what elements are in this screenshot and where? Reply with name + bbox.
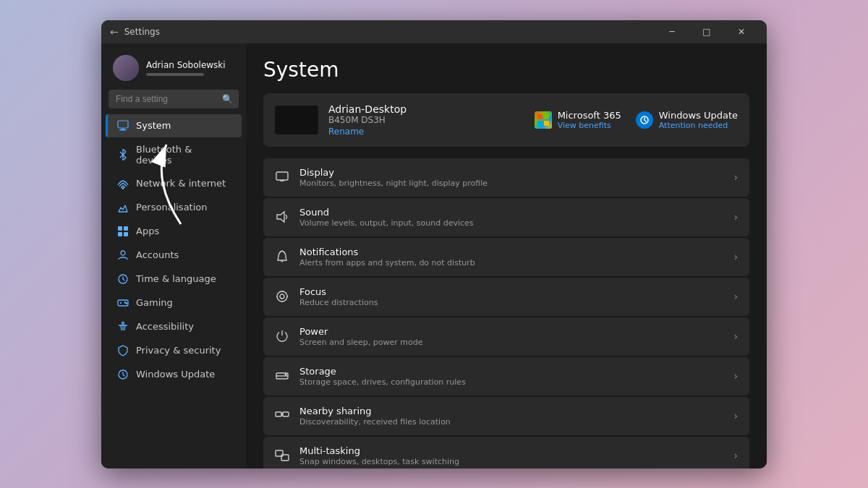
search-icon: 🔍 (222, 94, 233, 104)
multitasking-text: Multi-tasking Snap windows, desktops, ta… (299, 445, 723, 466)
maximize-button[interactable]: □ (690, 20, 723, 43)
multitasking-desc: Snap windows, desktops, task switching (299, 457, 723, 466)
sidebar: Adrian Sobolewski 🔍 System Bl (101, 43, 246, 468)
sidebar-item-privacy[interactable]: Privacy & security (106, 339, 242, 362)
sidebar-item-label-apps: Apps (136, 226, 159, 236)
svg-rect-7 (124, 232, 128, 236)
multitasking-chevron: › (733, 450, 738, 461)
svg-point-14 (126, 302, 127, 303)
sound-chevron: › (733, 211, 738, 223)
svg-point-8 (121, 251, 125, 255)
svg-rect-17 (537, 114, 542, 119)
rename-link[interactable]: Rename (328, 127, 535, 137)
sidebar-item-label-system: System (136, 120, 171, 131)
svg-rect-18 (544, 114, 549, 119)
notifications-chevron: › (733, 251, 738, 262)
svg-point-3 (122, 187, 124, 189)
svg-point-13 (124, 301, 125, 302)
device-info: Adrian-Desktop B450M DS3H Rename (328, 103, 535, 137)
sidebar-item-personalisation[interactable]: Personalisation (106, 196, 242, 219)
sidebar-item-label-personalisation: Personalisation (136, 202, 208, 213)
storage-icon (275, 369, 289, 383)
settings-item-storage[interactable]: Storage Storage space, drives, configura… (263, 357, 749, 395)
titlebar-title: Settings (124, 27, 655, 37)
ms365-label: Microsoft 365 (558, 110, 621, 121)
settings-item-multitasking[interactable]: Multi-tasking Snap windows, desktops, ta… (263, 437, 749, 468)
settings-window: ← Settings ─ □ ✕ Adrian Sobolewski (101, 20, 767, 468)
display-desc: Monitors, brightness, night light, displ… (299, 179, 723, 188)
sidebar-item-system[interactable]: System (106, 114, 242, 137)
device-thumbnail (275, 106, 318, 134)
settings-item-display[interactable]: Display Monitors, brightness, night ligh… (263, 158, 749, 197)
content-area: Adrian Sobolewski 🔍 System Bl (101, 43, 767, 468)
sidebar-item-network[interactable]: Network & internet (106, 172, 242, 195)
sidebar-item-label-network: Network & internet (136, 178, 226, 189)
sidebar-item-apps[interactable]: Apps (106, 220, 242, 243)
sound-desc: Volume levels, output, input, sound devi… (299, 218, 723, 228)
svg-rect-20 (544, 121, 549, 126)
notifications-icon (275, 249, 289, 264)
sidebar-item-label-gaming: Gaming (136, 297, 173, 308)
sidebar-item-label-accounts: Accounts (136, 249, 179, 260)
window-controls: ─ □ ✕ (655, 20, 758, 43)
ms365-icon (535, 111, 552, 129)
notifications-text: Notifications Alerts from apps and syste… (299, 247, 723, 267)
sidebar-item-bluetooth[interactable]: Bluetooth & devices (106, 138, 242, 171)
apps-icon (117, 226, 129, 237)
multitasking-name: Multi-tasking (299, 445, 723, 456)
svg-rect-5 (124, 226, 128, 231)
wu-icon (636, 111, 653, 129)
focus-text: Focus Reduce distractions (299, 286, 723, 307)
minimize-button[interactable]: ─ (655, 20, 689, 43)
avatar (113, 55, 139, 81)
nearby-icon (275, 408, 289, 423)
wu-action[interactable]: Windows Update Attention needed (636, 110, 738, 130)
user-section: Adrian Sobolewski (101, 49, 246, 90)
svg-marker-25 (277, 212, 284, 222)
ms365-action[interactable]: Microsoft 365 View benefits (535, 110, 621, 130)
settings-item-notifications[interactable]: Notifications Alerts from apps and syste… (263, 238, 749, 276)
sidebar-item-label-windowsupdate: Windows Update (136, 369, 215, 380)
svg-point-27 (277, 291, 287, 301)
notifications-name: Notifications (299, 247, 723, 257)
focus-chevron: › (733, 291, 738, 302)
power-desc: Screen and sleep, power mode (299, 338, 723, 347)
device-model: B450M DS3H (328, 115, 535, 125)
sidebar-item-time[interactable]: Time & language (106, 267, 242, 291)
power-chevron: › (733, 330, 738, 342)
search-input[interactable] (109, 90, 239, 108)
wu-sub: Attention needed (659, 121, 738, 130)
device-card: Adrian-Desktop B450M DS3H Rename Microso… (263, 93, 749, 147)
power-name: Power (299, 326, 723, 337)
nearby-desc: Discoverability, received files location (299, 417, 723, 427)
main-content: System Adrian-Desktop B450M DS3H Rename (246, 43, 767, 468)
close-button[interactable]: ✕ (725, 20, 758, 43)
sidebar-item-label-accessibility: Accessibility (136, 321, 194, 332)
sidebar-item-gaming[interactable]: Gaming (106, 291, 242, 314)
personalisation-icon (117, 202, 129, 213)
storage-text: Storage Storage space, drives, configura… (299, 366, 723, 387)
focus-desc: Reduce distractions (299, 298, 723, 307)
nearby-text: Nearby sharing Discoverability, received… (299, 406, 723, 427)
display-chevron: › (733, 171, 738, 183)
svg-rect-4 (118, 226, 122, 231)
settings-item-focus[interactable]: Focus Reduce distractions › (263, 278, 749, 316)
svg-rect-0 (118, 121, 128, 128)
bluetooth-icon (117, 149, 129, 160)
back-button[interactable]: ← (110, 26, 119, 38)
svg-rect-22 (276, 172, 288, 180)
settings-item-nearby[interactable]: Nearby sharing Discoverability, received… (263, 397, 749, 435)
settings-item-power[interactable]: Power Screen and sleep, power mode › (263, 317, 749, 356)
sound-text: Sound Volume levels, output, input, soun… (299, 207, 723, 228)
sidebar-item-accessibility[interactable]: Accessibility (106, 315, 242, 338)
windowsupdate-icon (117, 369, 129, 380)
svg-rect-6 (118, 232, 122, 236)
sidebar-item-accounts[interactable]: Accounts (106, 244, 242, 267)
settings-item-sound[interactable]: Sound Volume levels, output, input, soun… (263, 198, 749, 236)
network-icon (117, 178, 129, 189)
page-title: System (263, 58, 749, 82)
sidebar-item-windowsupdate[interactable]: Windows Update (106, 363, 242, 386)
svg-rect-36 (276, 412, 281, 416)
sound-icon (275, 210, 289, 224)
display-name: Display (299, 167, 723, 178)
